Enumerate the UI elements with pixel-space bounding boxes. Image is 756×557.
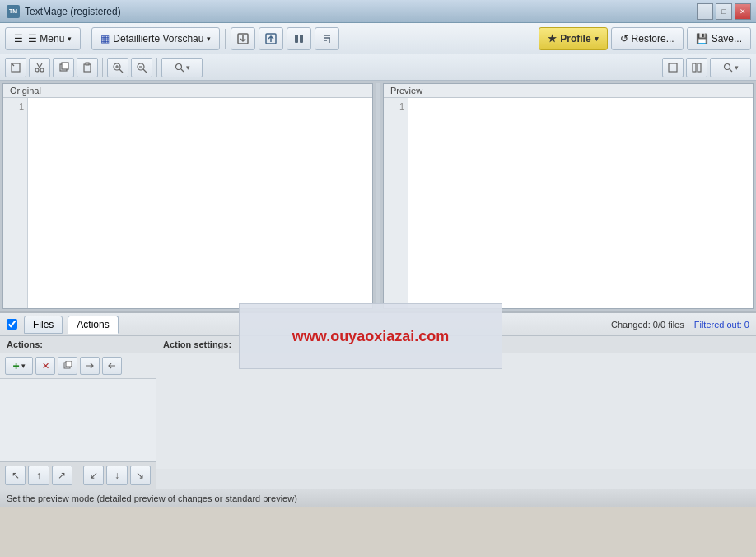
files-checkbox[interactable]: [7, 319, 17, 330]
svg-rect-8: [62, 63, 68, 69]
toolbar-right: ★ Profile ▾ ↺ Restore... 💾 Save...: [539, 27, 751, 50]
svg-rect-16: [698, 63, 701, 72]
menu-chevron: ▾: [68, 35, 72, 43]
minimize-button[interactable]: ─: [697, 3, 713, 20]
view-chevron: ▾: [207, 35, 211, 43]
outdent-icon: [107, 361, 117, 371]
search-right-btn[interactable]: ▾: [710, 58, 751, 77]
svg-point-6: [40, 68, 44, 72]
copy-action-button[interactable]: [58, 357, 77, 375]
save-button[interactable]: 💾 Save...: [687, 27, 751, 50]
svg-point-13: [175, 63, 181, 69]
edit-toolbar: ▾ ▾: [0, 54, 756, 81]
tab-actions[interactable]: Actions: [68, 316, 118, 334]
action-btn-3[interactable]: [287, 27, 311, 50]
cut-btn[interactable]: [29, 58, 50, 77]
actions-list[interactable]: [0, 379, 156, 461]
save-icon: 💾: [696, 33, 708, 44]
bottom-nav: ↖ ↑ ↗ ↙ ↓ ↘: [0, 461, 156, 489]
original-line-numbers: 1: [3, 98, 28, 308]
svg-point-5: [35, 68, 39, 72]
separator-3: [102, 58, 103, 77]
title-bar: TM TextMage (registered) ─ □ ✕: [0, 0, 756, 23]
original-content: 1: [3, 98, 372, 308]
settings-content[interactable]: [156, 353, 756, 469]
preview-editor[interactable]: [408, 98, 753, 308]
nav-up-left[interactable]: ↖: [5, 466, 26, 485]
editor-area: Original 1 Preview 1 www.ouyaoxiazai.com: [0, 81, 756, 311]
copy-btn[interactable]: [53, 58, 74, 77]
action-btn-4[interactable]: [315, 27, 339, 50]
svg-rect-19: [66, 361, 72, 367]
actions-panel: Actions: + ▾ ✕: [0, 336, 156, 489]
svg-rect-2: [295, 35, 298, 43]
paragraph-icon: [320, 32, 334, 45]
view-icon: ▦: [100, 33, 110, 44]
paste-btn[interactable]: [77, 58, 98, 77]
nav-down-left[interactable]: ↙: [83, 466, 104, 485]
indent-icon: [85, 361, 95, 371]
import-icon: [236, 32, 250, 45]
add-action-button[interactable]: + ▾: [5, 357, 33, 375]
pause-icon: [292, 32, 306, 45]
new-btn[interactable]: [5, 58, 26, 77]
action-btn-1[interactable]: [231, 27, 255, 50]
app-icon: TM: [7, 5, 20, 18]
svg-point-17: [724, 63, 730, 69]
menu-button[interactable]: ☰ ☰ Menu ▾: [5, 27, 81, 50]
zoom-out-btn[interactable]: [131, 58, 152, 77]
export-icon: [264, 32, 278, 45]
svg-rect-14: [669, 63, 677, 72]
status-text: Set the preview mode (detailed preview o…: [7, 494, 297, 503]
app-title: TextMage (registered): [25, 6, 121, 17]
preview-label: Preview: [384, 84, 753, 98]
actions-toolbar: + ▾ ✕: [0, 353, 156, 379]
maximize-button[interactable]: □: [716, 3, 732, 20]
nav-up[interactable]: ↑: [28, 466, 49, 485]
preview-diff-btn[interactable]: [686, 58, 707, 77]
nav-separator: [75, 466, 81, 485]
move-right-button[interactable]: [80, 357, 100, 375]
toolbar2-right: ▾: [662, 58, 751, 77]
status-changed: Changed: 0/0 files: [611, 320, 684, 330]
tab-files[interactable]: Files: [24, 316, 63, 334]
original-editor[interactable]: [28, 98, 372, 308]
window-controls: ─ □ ✕: [697, 3, 751, 20]
separator-4: [156, 58, 157, 77]
zoom-in-btn[interactable]: [107, 58, 128, 77]
nav-down-right[interactable]: ↘: [130, 466, 151, 485]
preview-line-numbers: 1: [384, 98, 408, 308]
profile-chevron: ▾: [595, 35, 599, 43]
original-label: Original: [3, 84, 372, 98]
svg-rect-10: [86, 63, 89, 65]
bottom-status: Changed: 0/0 files Filtered out: 0: [611, 320, 749, 330]
svg-rect-3: [300, 35, 303, 43]
preview-content: 1: [384, 98, 753, 308]
star-icon: ★: [548, 33, 557, 44]
preview-original-btn[interactable]: [662, 58, 684, 77]
restore-icon: ↺: [620, 33, 628, 44]
separator-2: [225, 29, 226, 49]
delete-action-button[interactable]: ✕: [35, 357, 55, 375]
svg-rect-15: [693, 63, 696, 72]
original-panel: Original 1: [2, 83, 373, 309]
menu-icon: ☰: [14, 33, 23, 44]
copy-icon: [63, 361, 72, 371]
separator-1: [86, 29, 86, 49]
nav-down[interactable]: ↓: [106, 466, 127, 485]
status-bar: Set the preview mode (detailed preview o…: [0, 489, 756, 507]
panel-divider[interactable]: [376, 83, 380, 309]
move-left-button[interactable]: [102, 357, 122, 375]
main-toolbar: ☰ ☰ Menu ▾ ▦ Detaillierte Vorschau ▾: [0, 23, 756, 54]
close-button[interactable]: ✕: [735, 3, 751, 20]
search-btn[interactable]: ▾: [161, 58, 203, 77]
restore-button[interactable]: ↺ Restore...: [611, 27, 684, 50]
watermark-overlay: www.ouyaoxiazai.com: [239, 303, 502, 369]
actions-label: Actions:: [0, 336, 156, 353]
watermark-text: www.ouyaoxiazai.com: [292, 328, 449, 345]
view-button[interactable]: ▦ Detaillierte Vorschau ▾: [91, 27, 220, 50]
nav-up-right[interactable]: ↗: [52, 466, 72, 485]
profile-button[interactable]: ★ Profile ▾: [539, 27, 607, 50]
action-btn-2[interactable]: [259, 27, 283, 50]
status-filtered: Filtered out: 0: [694, 320, 749, 330]
